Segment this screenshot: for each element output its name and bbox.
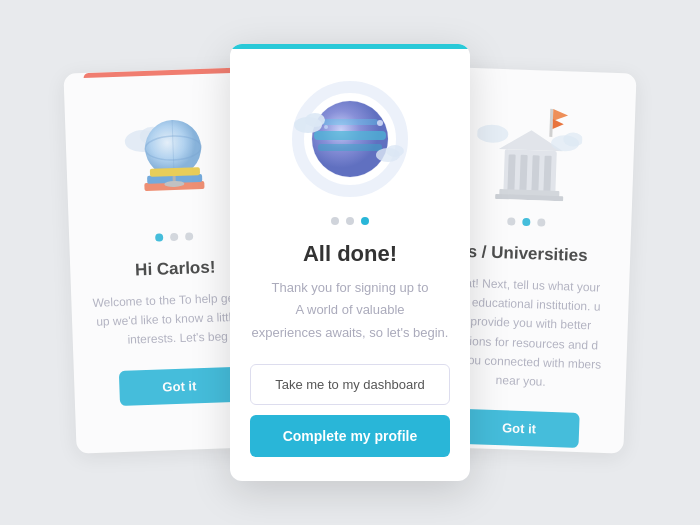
- svg-rect-11: [549, 109, 553, 137]
- dot-3: [537, 218, 545, 226]
- main-card-title: All done!: [303, 241, 397, 267]
- dot-1: [507, 217, 515, 225]
- right-got-it-button[interactable]: Got it: [459, 409, 580, 448]
- main-card-dots: [331, 217, 369, 225]
- svg-rect-18: [531, 155, 539, 192]
- dot-3: [361, 217, 369, 225]
- main-card-illustration: [290, 79, 410, 199]
- dashboard-button[interactable]: Take me to my dashboard: [250, 364, 450, 405]
- svg-rect-26: [314, 131, 386, 140]
- main-card-text: Thank you for signing up to A world of v…: [252, 277, 449, 343]
- left-card-title: Hi Carlos!: [135, 258, 216, 281]
- svg-point-30: [377, 120, 383, 126]
- left-card-illustration: [115, 103, 229, 217]
- svg-rect-17: [519, 155, 527, 192]
- svg-point-10: [476, 124, 509, 143]
- svg-marker-13: [552, 119, 563, 129]
- right-card-top-bar: [447, 67, 617, 73]
- svg-point-31: [324, 125, 328, 129]
- svg-rect-19: [543, 156, 551, 193]
- main-card-top-bar: [230, 44, 470, 49]
- scene: Hi Carlos! Welcome to the To help get yo…: [0, 0, 700, 525]
- complete-profile-button[interactable]: Complete my profile: [250, 415, 450, 457]
- dot-2: [170, 233, 178, 241]
- svg-marker-12: [552, 109, 567, 122]
- left-card-top-bar: [83, 67, 253, 78]
- university-building-icon: [475, 98, 583, 202]
- dot-2: [522, 218, 530, 226]
- main-card: All done! Thank you for signing up to A …: [230, 44, 470, 480]
- dot-2: [346, 217, 354, 225]
- left-got-it-button[interactable]: Got it: [119, 366, 240, 405]
- globe-space-icon: [290, 79, 410, 199]
- svg-rect-28: [322, 119, 378, 125]
- svg-rect-16: [507, 154, 515, 191]
- svg-rect-27: [318, 144, 382, 151]
- right-card-title: ls / Universities: [463, 242, 588, 266]
- dot-3: [185, 232, 193, 240]
- dot-1: [331, 217, 339, 225]
- svg-point-35: [386, 145, 404, 157]
- right-card-illustration: [472, 98, 585, 202]
- left-card-dots: [155, 232, 193, 241]
- svg-point-33: [305, 113, 325, 127]
- books-globe-icon: [120, 108, 223, 211]
- right-card-dots: [507, 217, 545, 226]
- dot-1: [155, 233, 163, 241]
